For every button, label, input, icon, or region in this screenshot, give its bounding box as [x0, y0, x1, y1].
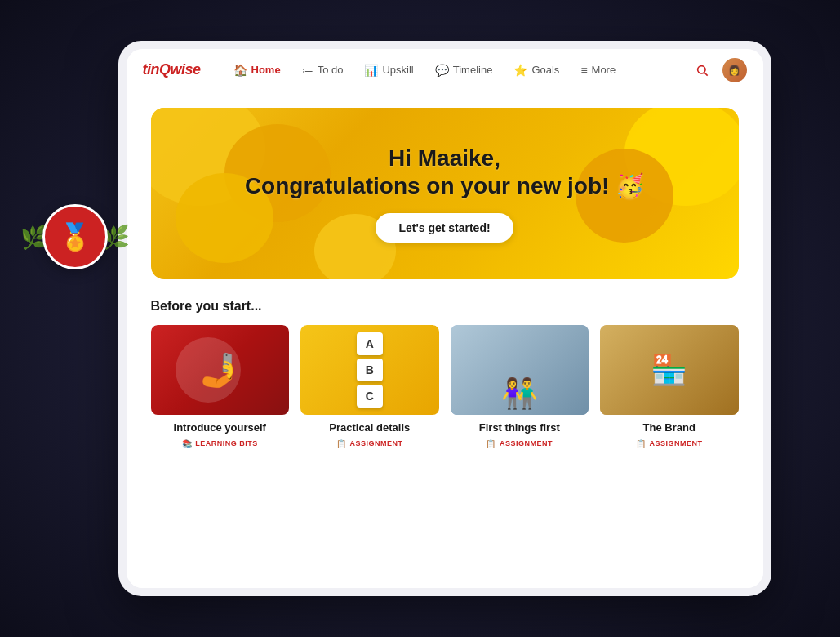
hero-greeting: Hi Maaike,: [389, 145, 500, 171]
badge-decoration: 🌿 🏅 🌿: [20, 204, 130, 270]
blocks-container: A B C: [357, 332, 383, 408]
search-button[interactable]: [690, 58, 714, 82]
card-title-3: First things first: [451, 421, 589, 435]
user-avatar[interactable]: 👩: [722, 58, 747, 82]
card-tag-label-4: Assignment: [649, 439, 702, 448]
cards-grid: 🤳 Introduce yourself 📚 Learning Bits: [151, 325, 739, 448]
learning-bits-icon: 📚: [182, 439, 193, 448]
assignment-icon-4: 📋: [636, 439, 647, 448]
nav-item-goals[interactable]: ⭐ Goals: [505, 59, 567, 82]
hero-message: Congratulations on your new job! 🥳: [245, 173, 644, 198]
card-image-4: 🏪: [600, 325, 739, 415]
nav-todo-label: To do: [318, 64, 344, 76]
logo: tinQwise: [143, 61, 201, 78]
nav-item-home[interactable]: 🏠 Home: [225, 59, 289, 82]
navbar: tinQwise 🏠 Home ≔ To do 📊 Upskill: [127, 49, 763, 91]
nav-links: 🏠 Home ≔ To do 📊 Upskill 💬 Timeline: [225, 59, 690, 82]
svg-line-1: [704, 73, 708, 76]
todo-icon: ≔: [302, 64, 313, 77]
card-introduce-yourself[interactable]: 🤳 Introduce yourself 📚 Learning Bits: [151, 325, 290, 448]
section-title: Before you start...: [151, 299, 739, 314]
upskill-icon: 📊: [364, 64, 378, 77]
assignment-icon-2: 📋: [336, 439, 347, 448]
card-tag-4: 📋 Assignment: [600, 439, 739, 448]
card-tag-1: 📚 Learning Bits: [151, 439, 290, 448]
card-first-things-first[interactable]: 👫 First things first 📋 Assignment: [451, 325, 589, 448]
timeline-icon: 💬: [435, 64, 449, 77]
nav-item-timeline[interactable]: 💬 Timeline: [427, 59, 501, 82]
hero-title: Hi Maaike, Congratulations on your new j…: [245, 145, 644, 199]
block-b: B: [357, 359, 383, 381]
nav-item-upskill[interactable]: 📊 Upskill: [356, 59, 421, 82]
card-practical-details[interactable]: A B C Practical details 📋 Assignment: [300, 325, 439, 448]
hero-banner: Hi Maaike, Congratulations on your new j…: [151, 108, 739, 279]
card-tag-label-1: Learning Bits: [195, 439, 258, 448]
hero-cta-button[interactable]: Let's get started!: [376, 213, 513, 243]
block-c: C: [357, 385, 383, 408]
card-title-1: Introduce yourself: [151, 421, 290, 435]
card-title-4: The Brand: [600, 421, 739, 435]
main-content: Hi Maaike, Congratulations on your new j…: [127, 91, 763, 588]
app-container: 🌿 🏅 🌿 tinQwise 🏠 Home ≔ To: [69, 41, 771, 596]
device-frame: tinQwise 🏠 Home ≔ To do 📊 Upskill: [118, 41, 771, 596]
card-tag-3: 📋 Assignment: [451, 439, 589, 448]
before-section: Before you start... 🤳 Introduce yourself…: [151, 299, 739, 448]
nav-timeline-label: Timeline: [453, 64, 493, 76]
hero-text: Hi Maaike, Congratulations on your new j…: [245, 145, 644, 242]
nav-right: 👩: [690, 58, 747, 82]
card-tag-label-3: Assignment: [500, 439, 553, 448]
nav-more-label: More: [592, 64, 616, 76]
nav-home-label: Home: [251, 64, 281, 76]
card-tag-2: 📋 Assignment: [300, 439, 439, 448]
goals-icon: ⭐: [513, 64, 527, 77]
card-tag-label-2: Assignment: [349, 439, 402, 448]
nav-item-more[interactable]: ≡ More: [572, 59, 624, 82]
card-image-2: A B C: [300, 325, 439, 415]
card-image-1: 🤳: [151, 325, 290, 415]
svg-point-0: [697, 65, 704, 73]
card-the-brand[interactable]: 🏪 The Brand 📋 Assignment: [600, 325, 739, 448]
assignment-icon-3: 📋: [486, 439, 496, 448]
nav-item-todo[interactable]: ≔ To do: [294, 59, 352, 82]
block-a: A: [357, 332, 383, 355]
people-icon: 👫: [501, 376, 538, 411]
more-icon: ≡: [580, 64, 587, 77]
nav-upskill-label: Upskill: [382, 64, 413, 76]
person-icon: 🤳: [199, 351, 240, 390]
device-inner: tinQwise 🏠 Home ≔ To do 📊 Upskill: [127, 49, 763, 588]
card-title-2: Practical details: [300, 421, 439, 435]
badge-icon: 🏅: [59, 224, 91, 250]
store-icon: 🏪: [651, 353, 687, 387]
logo-text: tinQwise: [143, 61, 201, 78]
nav-goals-label: Goals: [531, 64, 559, 76]
achievement-badge: 🏅: [42, 204, 108, 270]
card-image-3: 👫: [451, 325, 589, 415]
home-icon: 🏠: [233, 64, 247, 77]
